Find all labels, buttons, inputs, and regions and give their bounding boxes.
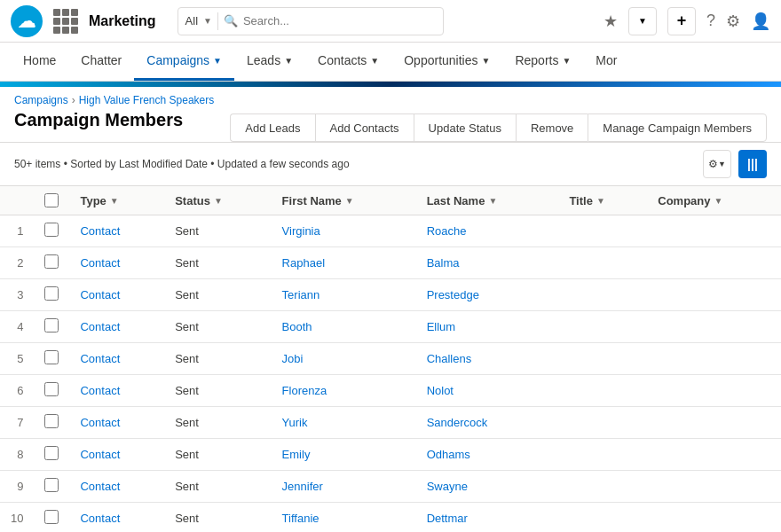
table-controls: ⚙ ▼ ||| xyxy=(703,150,767,178)
lastname-cell[interactable]: Challens xyxy=(416,343,559,375)
row-checkbox-cell xyxy=(34,503,69,533)
remove-button[interactable]: Remove xyxy=(516,113,588,142)
table-row: 6 Contact Sent Florenza Nolot xyxy=(0,375,781,407)
table-body: 1 Contact Sent Virginia Roache 2 Contact… xyxy=(0,215,781,533)
firstname-cell[interactable]: Tiffanie xyxy=(272,503,416,533)
search-bar[interactable]: All ▼ 🔍 xyxy=(178,7,444,35)
lastname-cell[interactable]: Sandercock xyxy=(416,407,559,439)
type-cell[interactable]: Contact xyxy=(69,503,164,533)
type-column-header[interactable]: Type ▼ xyxy=(69,186,164,215)
type-sort-icon: ▼ xyxy=(110,196,119,206)
breadcrumb-campaigns[interactable]: Campaigns xyxy=(14,94,68,106)
status-label: Status xyxy=(175,194,210,207)
type-cell[interactable]: Contact xyxy=(69,247,164,279)
firstname-cell[interactable]: Teriann xyxy=(272,279,416,311)
lastname-cell[interactable]: Prestedge xyxy=(416,279,559,311)
status-cell: Sent xyxy=(164,279,271,311)
type-cell[interactable]: Contact xyxy=(69,439,164,471)
type-cell[interactable]: Contact xyxy=(69,375,164,407)
lastname-cell[interactable]: Swayne xyxy=(416,471,559,503)
row-checkbox-8[interactable] xyxy=(44,446,59,460)
row-num-header xyxy=(0,186,34,215)
app-name: Marketing xyxy=(89,13,156,29)
favorites-dropdown[interactable]: ▼ xyxy=(628,7,657,35)
add-leads-button[interactable]: Add Leads xyxy=(230,113,314,142)
nav-leads[interactable]: Leads ▼ xyxy=(234,43,305,81)
row-checkbox-cell xyxy=(34,375,69,407)
search-input[interactable] xyxy=(243,14,403,27)
row-checkbox-cell xyxy=(34,439,69,471)
type-cell[interactable]: Contact xyxy=(69,311,164,343)
company-cell xyxy=(647,503,781,533)
reports-dropdown-icon: ▼ xyxy=(562,56,571,66)
lastname-column-header[interactable]: Last Name ▼ xyxy=(416,186,559,215)
lastname-cell[interactable]: Odhams xyxy=(416,439,559,471)
user-icon[interactable]: 👤 xyxy=(751,12,770,31)
company-cell xyxy=(647,407,781,439)
nav-campaigns[interactable]: Campaigns ▼ xyxy=(134,43,234,81)
firstname-cell[interactable]: Virginia xyxy=(272,215,416,247)
firstname-cell[interactable]: Raphael xyxy=(272,247,416,279)
row-checkbox-1[interactable] xyxy=(44,223,59,237)
table-row: 1 Contact Sent Virginia Roache xyxy=(0,215,781,247)
type-cell[interactable]: Contact xyxy=(69,343,164,375)
favorites-icon[interactable]: ★ xyxy=(604,12,618,31)
row-checkbox-6[interactable] xyxy=(44,382,59,396)
firstname-column-header[interactable]: First Name ▼ xyxy=(272,186,416,215)
columns-button[interactable]: ||| xyxy=(738,150,767,178)
lastname-sort-icon: ▼ xyxy=(488,196,497,206)
app-launcher-icon[interactable] xyxy=(53,9,78,34)
nav-more[interactable]: Mor xyxy=(583,43,629,81)
nav-contacts[interactable]: Contacts ▼ xyxy=(305,43,391,81)
type-cell[interactable]: Contact xyxy=(69,215,164,247)
lastname-cell[interactable]: Ellum xyxy=(416,311,559,343)
nav-home[interactable]: Home xyxy=(11,43,68,81)
nav-chatter[interactable]: Chatter xyxy=(68,43,134,81)
nav-reports[interactable]: Reports ▼ xyxy=(502,43,583,81)
title-cell xyxy=(558,375,647,407)
lastname-cell[interactable]: Balma xyxy=(416,247,559,279)
title-cell xyxy=(558,343,647,375)
nav-opportunities[interactable]: Opportunities ▼ xyxy=(391,43,502,81)
firstname-cell[interactable]: Jobi xyxy=(272,343,416,375)
add-button[interactable]: + xyxy=(667,7,696,35)
company-column-header[interactable]: Company ▼ xyxy=(647,186,781,215)
lastname-label: Last Name xyxy=(427,194,485,207)
row-checkbox-10[interactable] xyxy=(44,510,59,524)
lastname-cell[interactable]: Dettmar xyxy=(416,503,559,533)
manage-campaign-members-button[interactable]: Manage Campaign Members xyxy=(588,113,767,142)
lastname-cell[interactable]: Nolot xyxy=(416,375,559,407)
status-column-header[interactable]: Status ▼ xyxy=(164,186,271,215)
lastname-cell[interactable]: Roache xyxy=(416,215,559,247)
firstname-cell[interactable]: Yurik xyxy=(272,407,416,439)
title-cell xyxy=(558,471,647,503)
row-checkbox-4[interactable] xyxy=(44,318,59,332)
title-label: Title xyxy=(569,194,593,207)
nav-contacts-label: Contacts xyxy=(318,53,367,67)
row-checkbox-9[interactable] xyxy=(44,478,59,492)
row-checkbox-7[interactable] xyxy=(44,414,59,428)
help-icon[interactable]: ? xyxy=(706,12,715,30)
type-cell[interactable]: Contact xyxy=(69,407,164,439)
nav-reports-label: Reports xyxy=(515,53,558,67)
firstname-cell[interactable]: Booth xyxy=(272,311,416,343)
add-contacts-button[interactable]: Add Contacts xyxy=(315,113,414,142)
firstname-cell[interactable]: Jennifer xyxy=(272,471,416,503)
type-cell[interactable]: Contact xyxy=(69,471,164,503)
status-cell: Sent xyxy=(164,215,271,247)
select-all-checkbox[interactable] xyxy=(44,193,59,207)
firstname-cell[interactable]: Florenza xyxy=(272,375,416,407)
update-status-button[interactable]: Update Status xyxy=(414,113,516,142)
page-header-inner: Campaign Members Add Leads Add Contacts … xyxy=(14,110,767,142)
table-row: 3 Contact Sent Teriann Prestedge xyxy=(0,279,781,311)
row-checkbox-2[interactable] xyxy=(44,254,59,269)
type-cell[interactable]: Contact xyxy=(69,279,164,311)
breadcrumb-current-campaign[interactable]: High Value French Speakers xyxy=(79,94,215,106)
row-checkbox-cell xyxy=(34,215,69,247)
row-checkbox-5[interactable] xyxy=(44,350,59,364)
settings-gear-button[interactable]: ⚙ ▼ xyxy=(703,150,731,178)
row-checkbox-3[interactable] xyxy=(44,286,59,301)
settings-icon[interactable]: ⚙ xyxy=(726,12,740,31)
title-column-header[interactable]: Title ▼ xyxy=(558,186,647,215)
firstname-cell[interactable]: Emily xyxy=(272,439,416,471)
